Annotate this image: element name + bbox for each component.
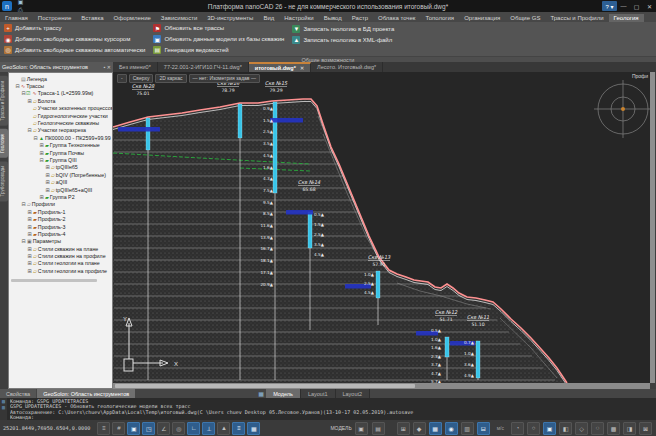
drafting-toggle-7[interactable]: ⊥: [202, 422, 215, 435]
status-tool-icon-5[interactable]: ◌: [591, 422, 604, 435]
nav-toggle-icon-4[interactable]: ▥: [461, 422, 474, 435]
tree-item[interactable]: ⊞▱bQIV (Погребенные): [9, 171, 112, 178]
tree-item[interactable]: ⊞▱aQIII: [9, 178, 112, 185]
ribbon-button[interactable]: ▼Записать геологию в БД проекта: [292, 23, 394, 34]
tree-item[interactable]: ⊞▱tpQIIIнб5: [9, 164, 112, 171]
nav-toggle-icon-2[interactable]: ▦: [429, 422, 442, 435]
layout-tab-layout1[interactable]: Layout1: [301, 389, 336, 398]
model-group-icon-0[interactable]: ▣: [355, 422, 368, 435]
layout-tab-layout2[interactable]: Layout2: [336, 389, 371, 398]
tree-item[interactable]: ⊟▱Участки георазреза: [9, 127, 112, 134]
status-tool-icon-0[interactable]: ◔: [511, 422, 524, 435]
ribbon-button[interactable]: ▲Записать геологию в XML-файл: [292, 34, 394, 45]
document-tab[interactable]: 77-22.001-2-ИГИ10.ГЧ-11.dwg*: [158, 62, 249, 72]
document-tab-close-icon[interactable]: ✕: [300, 65, 304, 71]
ribbon-tab-настройки[interactable]: Настройки: [279, 14, 318, 22]
document-tab[interactable]: итоговый.dwg*✕: [249, 62, 311, 72]
drafting-toggle-10[interactable]: ▦: [247, 422, 260, 435]
ribbon-tab-организация[interactable]: Организация: [459, 14, 505, 22]
tree-expand-icon[interactable]: ⊞: [27, 268, 32, 274]
tree-item[interactable]: ⊞▰Профиль-3: [9, 223, 112, 230]
ribbon-button[interactable]: ▤Генерация ведомостей: [153, 44, 284, 55]
drafting-toggle-6[interactable]: ∟: [187, 422, 200, 435]
ribbon-tab-3d-инструменты[interactable]: 3D-инструменты: [202, 14, 258, 22]
nav-toggle-icon-1[interactable]: ◆: [413, 422, 426, 435]
tree-item[interactable]: ⊞▰Профиль-1: [9, 208, 112, 215]
horizontal-scrollbar-thumb[interactable]: [115, 384, 415, 388]
tree-item[interactable]: ⊞▰Профиль-2: [9, 215, 112, 222]
status-tool-icon-7[interactable]: ◨: [623, 422, 636, 435]
tree-checkbox-icon[interactable]: ☑: [26, 90, 30, 96]
tree-item[interactable]: ⊞▱Стили скважин на профиле: [9, 252, 112, 259]
tree-item[interactable]: ⊟☑∿Трасса-1 (L=2599.99м): [9, 90, 112, 97]
status-tool-icon-3[interactable]: ◧: [559, 422, 572, 435]
tree-expand-icon[interactable]: ⊞: [45, 187, 50, 193]
document-tab[interactable]: Без имени0*: [113, 62, 158, 72]
tree-item[interactable]: ⊟▰Группа QIII: [9, 156, 112, 163]
tree-item[interactable]: ▱Гидрогеологические участки: [9, 112, 112, 119]
ribbon-button[interactable]: ⚑Обновить все трассы: [153, 23, 284, 34]
tree-item[interactable]: ⊞▰Профиль-4: [9, 230, 112, 237]
tree-item[interactable]: ⊟∿Трассы: [9, 82, 112, 89]
status-tool-icon-6[interactable]: ▩: [607, 422, 620, 435]
ribbon-tab-оформление[interactable]: Оформление: [109, 14, 156, 22]
tree-item[interactable]: ⊞▱Стили геологии на плане: [9, 260, 112, 267]
tree-item[interactable]: ⊟▣Параметры: [9, 238, 112, 245]
viewport-control-2[interactable]: 2D каркас: [155, 74, 186, 83]
tree-item[interactable]: ▱Участки экзогенных процессов: [9, 105, 112, 112]
nav-toggle-icon-5[interactable]: ⊟: [477, 422, 490, 435]
panel-pin-close-icons[interactable]: ▪ ✕: [104, 64, 111, 70]
drafting-toggle-8[interactable]: ▲: [217, 422, 230, 435]
tree-expand-icon[interactable]: ⊞: [45, 179, 50, 185]
vertical-scrollbar[interactable]: [650, 72, 655, 383]
tree-expand-icon[interactable]: ⊞: [45, 164, 50, 170]
tree-expand-icon[interactable]: ⊟: [21, 201, 26, 207]
ribbon-tab-вид[interactable]: Вид: [258, 14, 279, 22]
model-group-icon-1[interactable]: ▤: [372, 422, 385, 435]
tree-expand-icon[interactable]: ⊞: [39, 194, 44, 200]
drafting-toggle-5[interactable]: ◎: [172, 422, 185, 435]
tree-expand-icon[interactable]: ⊞: [39, 150, 44, 156]
viewport-control-3[interactable]: — нет: Изометрия задав —: [189, 74, 260, 83]
tree-expand-icon[interactable]: ⊟: [27, 127, 32, 133]
drafting-toggle-3[interactable]: ◳: [142, 422, 155, 435]
status-tool-icon-4[interactable]: ◇: [575, 422, 588, 435]
ribbon-tab-геология[interactable]: Геология: [609, 14, 644, 22]
status-tool-icon-2[interactable]: ▣: [543, 422, 556, 435]
drafting-toggle-2[interactable]: ▣: [127, 422, 140, 435]
tree-expand-icon[interactable]: ⊟: [33, 135, 38, 141]
panel-tab-inactive[interactable]: Свойства: [0, 389, 36, 398]
ribbon-tab-зависимости[interactable]: Зависимости: [156, 14, 202, 22]
ribbon-tab-общие-gs[interactable]: Общие GS: [505, 14, 545, 22]
tree-expand-icon[interactable]: ⊞: [27, 224, 32, 230]
ribbon-tab-вставка[interactable]: Вставка: [76, 14, 108, 22]
drafting-toggle-0[interactable]: ≡: [97, 422, 110, 435]
model-space-label[interactable]: МОДЕЛЬ: [330, 425, 351, 431]
panel-tab-active[interactable]: GeoSolon: Область инструментов: [37, 389, 135, 398]
drafting-toggle-1[interactable]: #: [112, 422, 125, 435]
drafting-toggle-4[interactable]: ∠: [157, 422, 170, 435]
drafting-toggle-9[interactable]: ≡: [232, 422, 245, 435]
tree-horizontal-scrollbar[interactable]: [11, 279, 97, 282]
drawing-canvas[interactable]: -Сверху2D каркас— нет: Изометрия задав —…: [113, 72, 650, 383]
tree-expand-icon[interactable]: ⊟: [21, 238, 26, 244]
tree-item[interactable]: ⊞▱Стили геологии на профиле: [9, 267, 112, 274]
tree-item[interactable]: ▤Легенда: [9, 75, 112, 82]
nav-toggle-icon-0[interactable]: ⊞: [397, 422, 410, 435]
tree-item[interactable]: ⊞▱tpQIIIнб5+aQIII: [9, 186, 112, 193]
document-tab[interactable]: Лесото. Итоговый.dwg*: [311, 62, 383, 72]
tree-item[interactable]: ⊞▰Группа Почвы: [9, 149, 112, 156]
status-tool-icon-1[interactable]: ○: [527, 422, 540, 435]
tree-item[interactable]: ⊟▱Профили: [9, 201, 112, 208]
tree-expand-icon[interactable]: ⊟: [15, 83, 20, 89]
ribbon-button[interactable]: ▣Обновить данные модели из базы скважин: [153, 34, 284, 45]
layout-grid-icon[interactable]: ▦: [256, 389, 266, 398]
tree-expand-icon[interactable]: ⊞: [39, 142, 44, 148]
viewport-control-0[interactable]: -: [117, 74, 127, 83]
tree-expand-icon[interactable]: ⊞: [27, 246, 32, 252]
tree-item[interactable]: ▱Геологические скважины: [9, 119, 112, 126]
tree-item[interactable]: ⊞▰Группа Техногенные: [9, 142, 112, 149]
side-tab-трубопроводы[interactable]: Трубопроводы: [0, 161, 8, 201]
tree-expand-icon[interactable]: ⊞: [27, 216, 32, 222]
ribbon-tab-растр[interactable]: Растр: [347, 14, 373, 22]
